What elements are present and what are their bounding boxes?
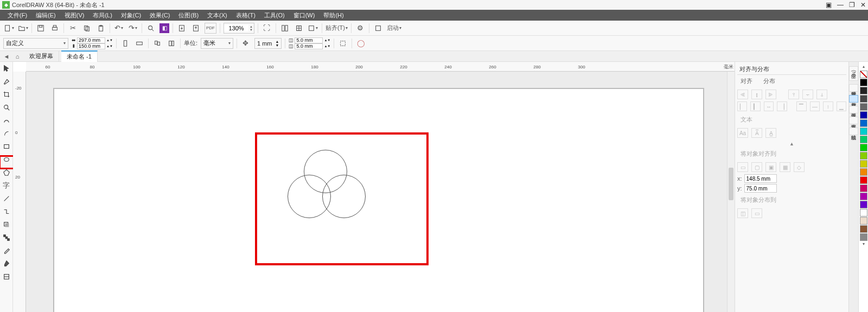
artistic-media-tool[interactable] xyxy=(1,128,12,139)
menu-effects[interactable]: 效果(C) xyxy=(145,11,174,20)
target-grid-icon[interactable]: ▦ xyxy=(780,162,790,172)
target-pagecenter-icon[interactable]: ▣ xyxy=(765,162,776,172)
palette-up-icon[interactable]: ▴ xyxy=(863,64,865,71)
side-tab-object-manager[interactable]: 对象管理器 xyxy=(849,84,858,92)
dist-top-icon[interactable]: ▔ xyxy=(796,101,806,111)
distribute-tab[interactable]: 分布 xyxy=(763,77,775,85)
target-point-icon[interactable]: ◇ xyxy=(794,162,805,172)
align-top-icon[interactable]: ⫯ xyxy=(788,90,799,99)
launch-dropdown[interactable]: 启动 xyxy=(387,23,401,34)
menu-help[interactable]: 帮助(H) xyxy=(319,11,348,20)
dist-spacing-v-icon[interactable]: ↕ xyxy=(823,101,833,111)
all-pages-button[interactable] xyxy=(152,38,163,49)
print-button[interactable] xyxy=(49,23,60,34)
ruler-horizontal[interactable]: 毫米 6080100120140160180200220240260280300 xyxy=(26,62,735,72)
page-border-button[interactable]: ◯ xyxy=(355,38,366,49)
align-right-icon[interactable]: ⫸ xyxy=(765,90,776,99)
dist-spacing-h-icon[interactable]: ↔ xyxy=(764,101,774,111)
side-tab-align[interactable]: 对齐与分布 xyxy=(849,95,858,103)
treat-as-button[interactable] xyxy=(337,38,348,49)
menu-bitmap[interactable]: 位图(B) xyxy=(174,11,203,20)
color-swatch[interactable] xyxy=(860,136,867,143)
current-page-button[interactable] xyxy=(166,38,177,49)
zoom-input[interactable] xyxy=(224,25,248,31)
portrait-button[interactable] xyxy=(120,38,131,49)
dist-left-icon[interactable]: ▏ xyxy=(737,101,747,111)
ruler-toggle[interactable] xyxy=(279,23,290,34)
circle-shape[interactable] xyxy=(322,175,366,218)
pdf-button[interactable]: PDF xyxy=(205,23,216,34)
align-center-v-icon[interactable]: ⫟ xyxy=(802,90,813,99)
corelconnect-button[interactable]: ◧ xyxy=(159,23,169,33)
snap-dropdown[interactable]: 贴齐(T) xyxy=(326,23,348,34)
color-swatch[interactable] xyxy=(860,160,867,168)
tab-document[interactable]: 未命名 -1 xyxy=(61,50,98,62)
color-swatch[interactable] xyxy=(860,152,867,160)
eyedropper-tool[interactable] xyxy=(1,245,12,256)
freehand-tool[interactable] xyxy=(1,115,12,126)
open-button[interactable] xyxy=(17,23,28,34)
pick-tool[interactable] xyxy=(1,63,12,74)
align-center-h-icon[interactable]: ⫿ xyxy=(751,90,762,99)
dup-x-input[interactable] xyxy=(295,37,323,43)
menu-object[interactable]: 对象(C) xyxy=(117,11,145,20)
color-swatch[interactable] xyxy=(860,233,867,241)
page-preset-select[interactable]: 自定义 xyxy=(3,38,68,49)
no-color-swatch[interactable] xyxy=(860,71,867,78)
rectangle-tool[interactable] xyxy=(1,141,12,152)
color-swatch[interactable] xyxy=(860,95,867,103)
collapse-icon[interactable]: ▲ xyxy=(737,140,846,148)
side-tab-guidelines[interactable]: 辅助线 xyxy=(849,128,858,135)
text-top-icon[interactable]: A̅ xyxy=(751,128,762,138)
landscape-button[interactable] xyxy=(134,38,145,49)
color-swatch[interactable] xyxy=(860,128,867,135)
color-swatch[interactable] xyxy=(860,176,867,184)
connector-tool[interactable] xyxy=(1,206,12,217)
crop-tool[interactable] xyxy=(1,89,12,100)
color-swatch[interactable] xyxy=(860,201,867,208)
align-bottom-icon[interactable]: ⫰ xyxy=(816,90,827,99)
redo-button[interactable]: ↷ xyxy=(127,23,138,34)
color-swatch[interactable] xyxy=(860,103,867,111)
align-y-input[interactable] xyxy=(744,184,777,193)
menu-view[interactable]: 视图(V) xyxy=(60,11,89,20)
drawing-canvas[interactable] xyxy=(26,72,735,312)
target-page-icon[interactable]: ▢ xyxy=(751,162,762,172)
maximize-icon[interactable]: ❐ xyxy=(849,1,855,9)
menu-tools[interactable]: 工具(O) xyxy=(260,11,289,20)
align-left-icon[interactable]: ⫷ xyxy=(737,90,748,99)
copy-button[interactable] xyxy=(81,23,92,34)
color-swatch[interactable] xyxy=(860,79,867,86)
text-baseline-icon[interactable]: Aa xyxy=(737,128,748,138)
color-swatch[interactable] xyxy=(860,217,867,225)
text-bottom-icon[interactable]: A̲ xyxy=(765,128,776,138)
cut-button[interactable]: ✂ xyxy=(67,23,78,34)
menu-layout[interactable]: 布局(L) xyxy=(88,11,116,20)
launch-macro-icon[interactable] xyxy=(373,23,384,34)
fullscreen-button[interactable]: ⛶ xyxy=(261,23,272,34)
dist-bottom-icon[interactable]: ▁ xyxy=(837,101,846,111)
prefs-icon[interactable]: ▣ xyxy=(826,1,832,9)
dist-right-icon[interactable]: ▕ xyxy=(777,101,787,111)
side-tab-hints[interactable]: 提示(N) xyxy=(849,66,858,81)
zoom-level[interactable]: ▲▼ xyxy=(224,23,254,34)
grid-toggle[interactable] xyxy=(308,23,318,34)
unit-select[interactable]: 毫米 xyxy=(201,38,233,49)
shape-tool[interactable] xyxy=(1,76,12,87)
parallel-dimension-tool[interactable] xyxy=(1,193,12,204)
page-height-input[interactable] xyxy=(77,43,105,49)
new-doc-button[interactable] xyxy=(3,23,14,34)
smart-fill-tool[interactable] xyxy=(1,271,12,282)
color-swatch[interactable] xyxy=(860,209,867,217)
color-swatch[interactable] xyxy=(860,168,867,176)
align-x-input[interactable] xyxy=(744,174,777,183)
dist-hcenter-icon[interactable]: ▎ xyxy=(750,101,760,111)
paste-button[interactable] xyxy=(95,23,106,34)
dup-y-input[interactable] xyxy=(295,43,323,49)
color-swatch[interactable] xyxy=(860,144,867,151)
ruler-vertical[interactable]: -20020 xyxy=(13,72,26,312)
menu-text[interactable]: 文本(X) xyxy=(203,11,232,20)
side-tab-text-props[interactable]: 文本属性 xyxy=(849,117,858,124)
minimize-icon[interactable]: — xyxy=(837,1,844,9)
spread-selection-icon[interactable]: ◫ xyxy=(737,208,748,218)
